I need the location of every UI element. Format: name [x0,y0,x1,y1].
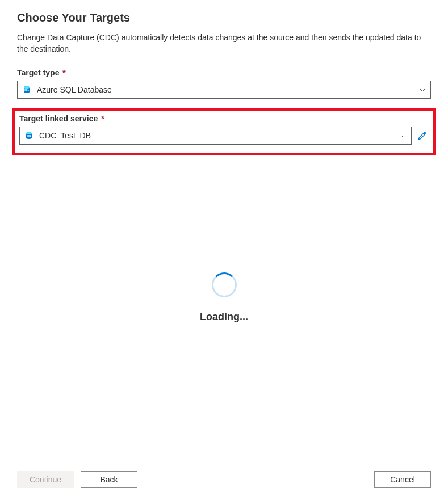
linked-service-field: Target linked service * SQL CDC_Test_DB [19,114,429,145]
svg-text:SQL: SQL [27,134,32,137]
loading-area: Loading... [17,133,431,463]
azure-sql-icon: SQL [22,85,31,94]
target-type-label-text: Target type [17,68,59,77]
azure-sql-icon: SQL [24,131,34,140]
target-type-label: Target type * [17,68,431,77]
required-asterisk: * [101,114,104,123]
chevron-down-icon [400,132,407,139]
page-description: Change Data Capture (CDC) automatically … [17,32,431,54]
page-title: Choose Your Targets [17,11,431,24]
linked-service-label-text: Target linked service [19,114,98,123]
linked-service-value: CDC_Test_DB [39,131,400,140]
loading-text: Loading... [200,311,248,323]
cancel-button[interactable]: Cancel [374,471,431,488]
back-button[interactable]: Back [81,471,137,488]
target-type-field: Target type * SQL Azure SQL Database [17,68,431,99]
loading-spinner-icon [212,272,237,297]
required-asterisk: * [62,68,65,77]
linked-service-label: Target linked service * [19,114,429,123]
svg-text:SQL: SQL [24,89,30,91]
target-type-select[interactable]: SQL Azure SQL Database [17,81,431,99]
footer-bar: Continue Back Cancel [0,463,448,496]
continue-button[interactable]: Continue [17,471,74,488]
chevron-down-icon [419,86,426,93]
target-type-value: Azure SQL Database [37,85,419,94]
linked-service-select[interactable]: SQL CDC_Test_DB [19,127,412,145]
